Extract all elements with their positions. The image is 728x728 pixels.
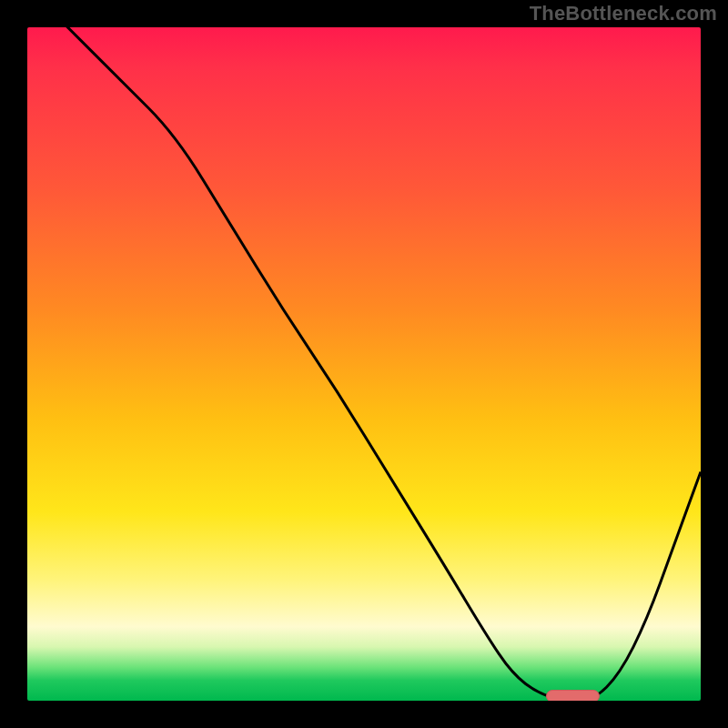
curve-layer bbox=[27, 27, 701, 701]
bottleneck-curve bbox=[27, 27, 701, 701]
optimal-range-marker bbox=[546, 690, 600, 701]
chart-stage: TheBottleneck.com bbox=[0, 0, 728, 728]
watermark-label: TheBottleneck.com bbox=[530, 2, 717, 25]
plot-area bbox=[27, 27, 701, 701]
